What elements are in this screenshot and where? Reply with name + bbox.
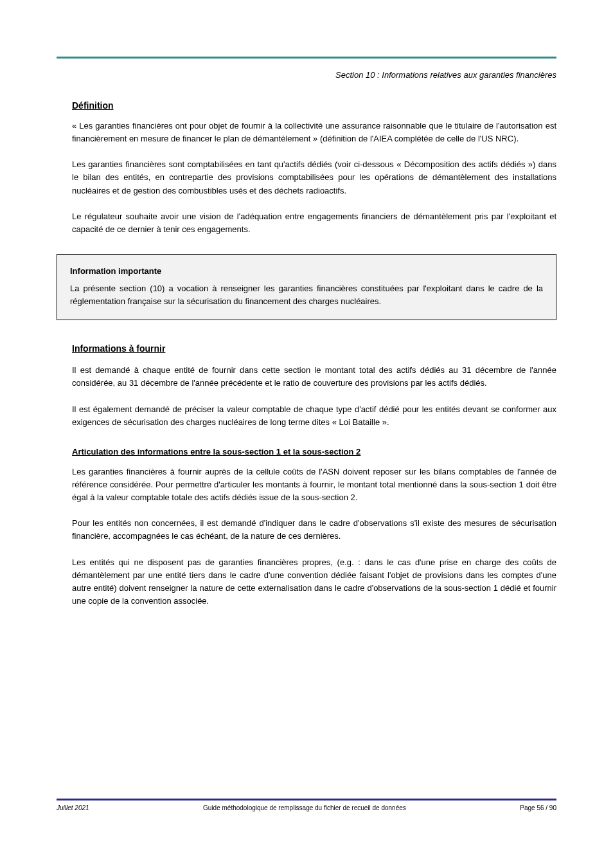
footer: Juillet 2021 Guide méthodologique de rem… <box>57 804 556 811</box>
para-definition-3: Le régulateur souhaite avoir une vision … <box>72 210 556 236</box>
footer-left: Juillet 2021 <box>57 804 89 811</box>
top-rule <box>57 57 556 59</box>
header-section-title: Section 10 : Informations relatives aux … <box>57 70 556 80</box>
bottom-rule <box>57 799 556 800</box>
para-artic-2: Pour les entités non concernées, il est … <box>72 517 556 543</box>
para-info-1: Il est demandé à chaque entité de fourni… <box>72 364 556 390</box>
para-definition-2: Les garanties financières sont comptabil… <box>72 158 556 197</box>
footer-center: Guide méthodologique de remplissage du f… <box>203 804 406 811</box>
info-box-heading: Information importante <box>70 266 543 276</box>
info-box-body: La présente section (10) a vocation à re… <box>70 282 543 308</box>
para-artic-3: Les entités qui ne disposent pas de gara… <box>72 556 556 608</box>
heading-informations: Informations à fournir <box>72 343 556 354</box>
heading-definition: Définition <box>72 100 556 111</box>
info-box: Information importante La présente secti… <box>57 254 556 320</box>
para-info-2: Il est également demandé de préciser la … <box>72 403 556 429</box>
heading-articulation: Articulation des informations entre la s… <box>72 447 556 457</box>
footer-right: Page 56 / 90 <box>520 804 556 811</box>
para-artic-1: Les garanties financières à fournir aupr… <box>72 466 556 504</box>
para-definition-1: « Les garanties financières ont pour obj… <box>72 120 556 145</box>
